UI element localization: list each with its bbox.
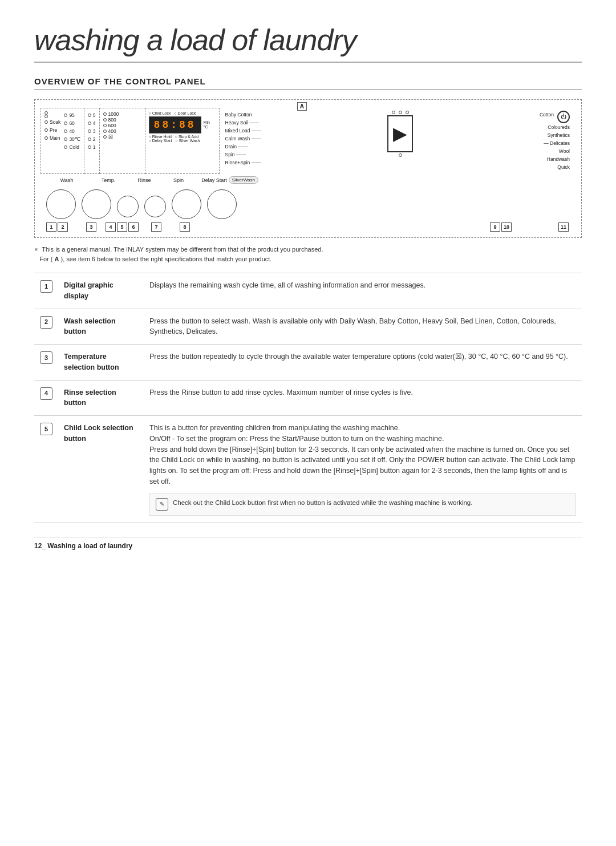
dot [64,129,67,133]
num-9: 9 [490,222,500,232]
dot [64,114,67,117]
item-num-2: 2 [34,309,58,345]
item-label-1: Digital graphic display [58,273,144,309]
dot [103,112,107,116]
label-delay-start: Delay Start SilverWash [196,176,264,184]
label-wash: Wash [44,177,90,183]
label-spin: Spin [161,177,196,183]
silverwash-button[interactable] [207,189,237,219]
panel-spin-options: 5 4 3 2 1 [84,108,100,174]
table-row: 4 Rinse selection button Press the Rinse… [34,380,582,416]
item-num-1: 1 [34,273,58,309]
dot [88,122,91,125]
col-temp: 95 60 40 30℃ Cold [64,111,80,151]
play-icon: ▶ [387,115,413,152]
table-row: 2 Wash selection button Press the button… [34,309,582,345]
num-badge-3: 3 [40,351,52,364]
programs-right: Cotton⏻ Coloureds Synthetics — Delicates… [540,111,570,171]
lcd-display: 88:88 [149,116,201,133]
child-lock-note-text: Check out the Child Lock button first wh… [173,498,472,508]
spin-button-group [144,191,166,217]
item-desc-5: This is a button for preventing children… [144,416,582,523]
num-badge-2: 2 [40,316,52,329]
dot [64,122,67,125]
dot [44,115,48,118]
dot [88,114,91,117]
num-badge-5: 5 [40,423,52,435]
label-rinse: Rinse [127,177,161,183]
col-spin: 5 4 3 2 1 [88,111,96,151]
num-7: 7 [151,222,161,232]
section-heading: OVERVIEW OF THE CONTROL PANEL [34,76,582,90]
dot [103,124,107,127]
num-5: 5 [117,222,127,232]
dot [44,136,48,140]
number-labels-row: 1 2 3 4 5 6 7 8 9 10 11 [40,221,576,233]
programs-layout: Baby Cotton Heavy Soil —— Mixed Load —— … [225,111,570,171]
item-desc-4: Press the Rinse button to add rinse cycl… [144,380,582,416]
dot [399,111,402,114]
delay-start: ○ Delay Start ○ Silver Wash [149,139,216,143]
page-title: washing a load of laundry [34,23,582,63]
item-desc-3: Press the button repeatedly to cycle thr… [144,345,582,381]
num-badge-1: 1 [40,280,52,293]
page-footer: 12_ Washing a load of laundry [34,537,582,550]
dot [64,145,67,149]
panel-rpm-options: 1000 800 600 400 ☒ [100,108,145,174]
num-4: 4 [106,222,116,232]
spin-button[interactable] [144,196,166,217]
top-dots [392,111,409,114]
item-label-5: Child Lock selection button [58,416,144,523]
dot [103,135,107,139]
num-6: 6 [128,222,139,232]
big-play-area: ▶ [383,111,418,157]
dot [44,120,48,124]
wash-button-group [46,189,76,219]
note-a-label: A [54,256,59,262]
col-blank: Soak Pre Main [44,111,60,151]
delay-start-button-group [172,189,201,219]
num-2: 2 [58,222,68,232]
rinse-hold: ○ Rinse Hold ○ Stop & Add [149,135,216,139]
num-11: 11 [558,222,569,232]
control-panel-diagram: A Soak Pre Main 95 60 40 30℃ Cold [34,99,582,238]
dot [88,145,91,149]
item-desc-2: Press the button to select wash. Wash is… [144,309,582,345]
delay-start-button[interactable] [172,189,201,219]
item-desc-5-text: This is a button for preventing children… [149,424,575,485]
table-row: 1 Digital graphic display Displays the r… [34,273,582,309]
num-8: 8 [180,222,190,232]
button-labels-row: Wash Temp. Rinse Spin Delay Start Silver… [40,174,576,184]
power-button[interactable]: ⏻ [557,111,570,123]
dot [103,118,107,122]
item-num-3: 3 [34,345,58,381]
temp-button[interactable] [82,189,111,219]
num-3: 3 [86,222,96,232]
item-label-2: Wash selection button [58,309,144,345]
diagram-label-a: A [297,102,307,111]
num-10: 10 [501,222,512,232]
wash-button[interactable] [46,189,76,219]
panel-sections: Soak Pre Main 95 60 40 30℃ Cold 5 4 3 2 [40,108,576,174]
panel-display-section: ○ Child Lock ○ Door Lock 88:88 Min°C ○ R… [145,108,220,174]
x-mark: × [34,246,38,253]
rinse-button[interactable] [117,196,139,217]
dot [399,153,402,157]
general-note: × This is a general manual. The INLAY sy… [34,245,582,264]
bottom-dots [399,153,402,157]
temp-button-group [82,189,111,219]
item-num-5: 5 [34,416,58,523]
dot [392,111,395,114]
panel-wash-options: Soak Pre Main 95 60 40 30℃ Cold [40,108,84,174]
note-text: This is a general manual. The INLAY syst… [42,246,323,253]
dot [103,129,107,133]
rinse-button-group [117,191,139,217]
rpm-values: 1000 800 600 400 ☒ [103,111,141,140]
programs-left: Baby Cotton Heavy Soil —— Mixed Load —— … [225,111,261,167]
table-row: 5 Child Lock selection button This is a … [34,416,582,523]
dot [44,128,48,132]
buttons-row [40,189,576,219]
num-badge-4: 4 [40,387,52,400]
note-icon: ✎ [156,498,168,511]
lcd-sub: Min°C [204,120,210,130]
